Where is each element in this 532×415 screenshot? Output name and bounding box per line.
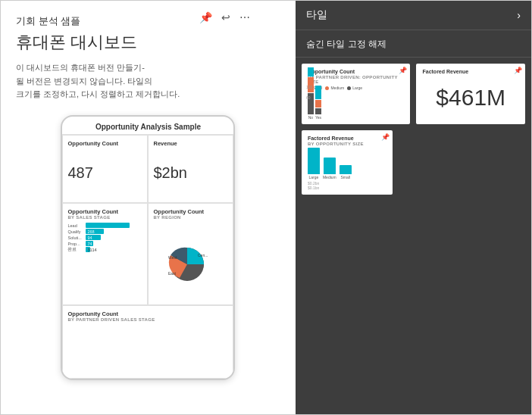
right-pin-bar: 숨긴 타일 고정 해제 bbox=[296, 30, 531, 58]
right-panel-header: 타일 › bbox=[296, 1, 531, 30]
bar-yes-small bbox=[315, 86, 321, 99]
tile1-bar-chart: No Yes bbox=[308, 93, 405, 120]
tile1-title: Opportunity Count bbox=[308, 68, 405, 75]
pie-label-cen: Cen... bbox=[198, 253, 208, 257]
legend-label-medium: Medium bbox=[330, 86, 344, 90]
bar-num-lead: 268 bbox=[86, 229, 95, 234]
bar-num-qualify: 94 bbox=[86, 236, 93, 240]
cell5-label: Opportunity Count bbox=[67, 310, 228, 317]
tile-factored-revenue[interactable]: Factored Revenue 📌 $461M bbox=[416, 64, 525, 124]
cell3-sublabel: BY SALES STAGE bbox=[67, 215, 142, 220]
bar-label-yes: Yes bbox=[315, 115, 321, 120]
cell5-sublabel: BY PARTNER DRIVEN SALES STAGE bbox=[67, 317, 228, 322]
cell2-label: Revenue bbox=[153, 140, 228, 147]
bar-small: Small bbox=[340, 165, 352, 179]
pin-icon[interactable]: 📌 bbox=[199, 11, 212, 23]
bar-small-bar bbox=[340, 165, 352, 174]
legend-dot-medium bbox=[325, 86, 329, 90]
tile3-pin-icon[interactable]: 📌 bbox=[381, 133, 390, 141]
bar-group-no: No bbox=[308, 67, 314, 120]
chevron-right-icon[interactable]: › bbox=[517, 9, 521, 21]
tile1-legend: Small Medium Large bbox=[308, 86, 405, 90]
bar-row-solution: Soluti... 74 bbox=[67, 235, 142, 240]
cell4-label: Opportunity Count bbox=[153, 208, 228, 215]
right-panel-title: 타일 bbox=[306, 8, 327, 22]
tile-row-2: Factored Revenue BY OPPORTUNITY SIZE 📌 L… bbox=[302, 130, 525, 195]
cell2-value: $2bn bbox=[153, 164, 228, 182]
right-tiles: Opportunity Count BY PARTNER DRIVEN: OPP… bbox=[296, 58, 531, 415]
cell1-value: 487 bbox=[67, 164, 142, 182]
bar-num-proposal: 31 bbox=[86, 248, 93, 252]
phone-cell-region: Opportunity Count BY REGION bbox=[148, 203, 233, 305]
korean-subtitle: 휴대폰 대시보드 bbox=[16, 31, 280, 54]
bar-large-bar bbox=[308, 148, 320, 174]
tile3-bar-chart: Large Medium Small bbox=[308, 151, 386, 179]
more-icon[interactable]: ⋯ bbox=[239, 11, 250, 23]
pie-label-east: East bbox=[168, 271, 177, 276]
bar-medium-bar bbox=[324, 158, 336, 174]
toolbar: 📌 ↩ ⋯ bbox=[199, 11, 250, 23]
bar-large-label: Large bbox=[309, 175, 319, 179]
legend-dot-large bbox=[347, 86, 351, 90]
phone-grid: Opportunity Count 487 Revenue $2bn Oppor… bbox=[62, 135, 233, 379]
pie-label-west: West bbox=[168, 255, 177, 260]
right-panel: 타일 › 숨긴 타일 고정 해제 Opportunity Count BY PA… bbox=[296, 1, 531, 415]
bar-medium: Medium bbox=[323, 158, 336, 179]
phone-content: Opportunity Analysis Sample Opportunity … bbox=[62, 117, 233, 379]
bar-row-lead: Lead 268 bbox=[67, 223, 142, 228]
legend-medium: Medium bbox=[325, 86, 344, 90]
bar-label-complete: 완료 bbox=[67, 247, 84, 252]
tile2-title: Factored Revenue bbox=[422, 68, 519, 75]
korean-desc: 이 대시보드의 휴대폰 버전 만들기-될 버전은 변경되지 않습니다. 타일의크… bbox=[16, 61, 280, 101]
bar-label-no: No bbox=[308, 115, 313, 120]
region-pie-container: West Cen... East bbox=[153, 223, 228, 301]
tile1-subtitle: BY PARTNER DRIVEN: OPPORTUNITY SIZE bbox=[308, 75, 405, 84]
cell3-label: Opportunity Count bbox=[67, 208, 142, 215]
cell4-sublabel: BY REGION bbox=[153, 215, 228, 220]
bar-yes-medium bbox=[315, 100, 321, 108]
bar-container-lead: 268 bbox=[86, 223, 130, 228]
bar-medium-label: Medium bbox=[323, 175, 336, 179]
bar-row-qualify: Qualify 94 bbox=[67, 229, 142, 234]
tile3-subtitle: BY OPPORTUNITY SIZE bbox=[308, 142, 386, 146]
legend-large: Large bbox=[347, 86, 362, 90]
phone-header: Opportunity Analysis Sample bbox=[62, 117, 233, 135]
bar-large: Large bbox=[308, 148, 320, 179]
bar-row-proposal: Prop... 31 bbox=[67, 241, 142, 246]
bar-lead: 268 bbox=[86, 223, 130, 228]
phone-cell-sales-stage: Opportunity Count BY SALES STAGE Lead 26… bbox=[62, 203, 148, 305]
tile1-pin-icon[interactable]: 📌 bbox=[399, 67, 407, 74]
bar-label-solution: Soluti... bbox=[67, 236, 84, 240]
tile3-y-label-low: $0.1bn bbox=[308, 186, 386, 190]
bar-group-yes: Yes bbox=[315, 86, 321, 120]
tile-factored-revenue-chart[interactable]: Factored Revenue BY OPPORTUNITY SIZE 📌 L… bbox=[302, 130, 393, 195]
bar-yes-large bbox=[315, 108, 321, 114]
tile3-title: Factored Revenue bbox=[308, 135, 386, 142]
tile2-pin-icon[interactable]: 📌 bbox=[514, 67, 522, 74]
tile-row-1: Opportunity Count BY PARTNER DRIVEN: OPP… bbox=[302, 64, 525, 124]
phone-cell-revenue: Revenue $2bn bbox=[148, 135, 233, 203]
phone-cell-opportunity-count: Opportunity Count 487 bbox=[62, 135, 148, 203]
bar-no-small bbox=[308, 67, 314, 76]
tile2-value: $461M bbox=[422, 85, 519, 111]
tile1-y-label-high: 120 bbox=[306, 85, 312, 89]
tile-opportunity-count-partner[interactable]: Opportunity Count BY PARTNER DRIVEN: OPP… bbox=[302, 64, 411, 124]
cell1-label: Opportunity Count bbox=[67, 140, 142, 147]
pin-label: 숨긴 타일 고정 해제 bbox=[306, 39, 386, 49]
bar-label-qualify: Qualify bbox=[67, 229, 84, 234]
region-pie-chart: West Cen... East bbox=[166, 240, 215, 284]
phone-cell-partner-driven: Opportunity Count BY PARTNER DRIVEN SALE… bbox=[62, 305, 233, 378]
bar-row-complete: 완료 14 bbox=[67, 247, 142, 252]
sales-stage-chart: Lead 268 Qualify 94 bbox=[67, 223, 142, 301]
bar-label-lead: Lead bbox=[67, 223, 84, 228]
legend-label-large: Large bbox=[352, 86, 362, 90]
undo-icon[interactable]: ↩ bbox=[221, 11, 230, 23]
tile1-y-label-mid: 60 bbox=[306, 95, 311, 100]
bar-label-proposal: Prop... bbox=[67, 242, 84, 246]
phone-mockup: Opportunity Analysis Sample Opportunity … bbox=[61, 115, 235, 380]
bar-small-label: Small bbox=[340, 175, 350, 179]
left-panel: 📌 ↩ ⋯ 기회 분석 샘플 휴대폰 대시보드 이 대시보드의 휴대폰 버전 만… bbox=[1, 1, 296, 415]
bar-num-solution: 74 bbox=[86, 242, 93, 246]
